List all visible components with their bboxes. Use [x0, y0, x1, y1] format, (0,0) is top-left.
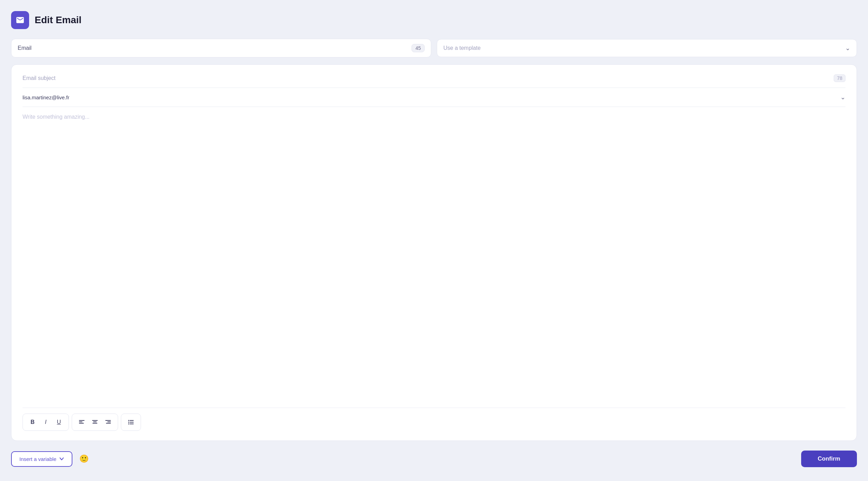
svg-point-13 — [128, 424, 129, 425]
svg-point-9 — [128, 420, 129, 421]
svg-rect-14 — [130, 424, 134, 424]
align-right-icon — [105, 419, 111, 425]
list-group — [121, 414, 141, 431]
email-body-area[interactable]: Write something amazing... — [23, 107, 845, 408]
chevron-down-icon: ⌄ — [845, 44, 850, 52]
recipient-chevron-icon[interactable]: ⌄ — [840, 93, 845, 101]
svg-point-11 — [128, 422, 129, 423]
page-title: Edit Email — [35, 15, 81, 26]
template-placeholder-text: Use a template — [443, 45, 481, 51]
email-count-badge: 45 — [411, 44, 425, 52]
italic-button[interactable]: I — [39, 416, 52, 428]
subject-placeholder[interactable]: Email subject — [23, 75, 55, 81]
editor-toolbar: B I U — [23, 408, 845, 431]
svg-rect-12 — [130, 422, 134, 423]
emoji-icon: 🙂 — [79, 454, 89, 463]
svg-rect-3 — [92, 420, 98, 421]
align-center-icon — [92, 419, 98, 425]
editor-card: Email subject 78 lisa.martinez@live.fr ⌄… — [11, 64, 857, 441]
svg-rect-6 — [105, 420, 111, 421]
top-row: Email 45 Use a template ⌄ — [11, 39, 857, 57]
bottom-left-actions: Insert a variable 🙂 — [11, 451, 92, 467]
svg-rect-7 — [107, 421, 111, 422]
confirm-button[interactable]: Confirm — [801, 451, 857, 467]
page-header: Edit Email — [11, 11, 857, 29]
svg-rect-1 — [79, 421, 82, 422]
bold-button[interactable]: B — [26, 416, 39, 428]
align-left-icon — [79, 419, 85, 425]
align-right-button[interactable] — [102, 416, 114, 428]
recipient-email: lisa.martinez@live.fr — [23, 94, 69, 100]
chevron-down-small-icon — [59, 456, 64, 461]
svg-rect-8 — [106, 423, 111, 424]
insert-variable-label: Insert a variable — [19, 456, 56, 462]
insert-variable-button[interactable]: Insert a variable — [11, 451, 72, 467]
subject-count: 78 — [834, 74, 845, 82]
svg-rect-0 — [79, 420, 85, 421]
header-email-icon — [11, 11, 29, 29]
list-icon — [128, 419, 134, 425]
bottom-bar: Insert a variable 🙂 Confirm — [11, 448, 857, 470]
text-format-group: B I U — [23, 414, 69, 431]
svg-rect-4 — [93, 421, 97, 422]
emoji-button[interactable]: 🙂 — [77, 451, 92, 466]
email-input-wrapper[interactable]: Email 45 — [11, 39, 431, 57]
subject-row: Email subject 78 — [23, 74, 845, 88]
svg-rect-2 — [79, 423, 84, 424]
body-placeholder-text: Write something amazing... — [23, 114, 90, 120]
template-select[interactable]: Use a template ⌄ — [437, 39, 857, 57]
underline-button[interactable]: U — [53, 416, 65, 428]
svg-rect-5 — [92, 423, 97, 424]
align-left-button[interactable] — [76, 416, 88, 428]
align-center-button[interactable] — [89, 416, 101, 428]
svg-rect-10 — [130, 420, 134, 421]
email-label: Email — [18, 45, 32, 51]
email-icon — [16, 16, 25, 25]
alignment-group — [72, 414, 118, 431]
recipient-row: lisa.martinez@live.fr ⌄ — [23, 88, 845, 107]
list-button[interactable] — [125, 416, 137, 428]
